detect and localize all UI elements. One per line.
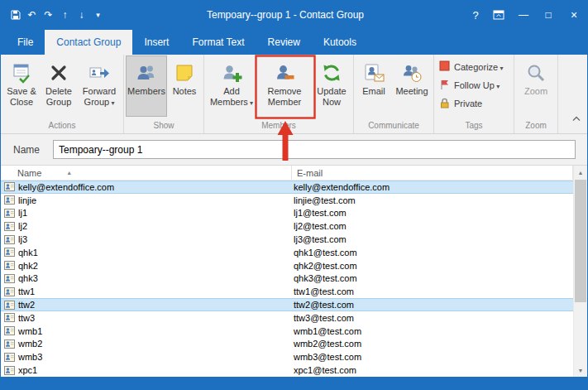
previous-item-icon[interactable]: ↑: [57, 6, 73, 24]
name-label: Name: [13, 144, 40, 156]
notes-view-button[interactable]: Notes: [167, 55, 202, 117]
members-people-icon: [136, 60, 157, 86]
save-and-close-label: Save & Close: [2, 86, 41, 108]
list-item[interactable]: ttw2 ttw2@test.com: [1, 298, 573, 311]
add-members-button[interactable]: Add Members: [206, 55, 257, 117]
meeting-label: Meeting: [395, 86, 428, 97]
member-email-cell: ttw3@test.com: [289, 313, 573, 323]
maximize-button[interactable]: □: [536, 0, 561, 30]
categorize-button[interactable]: Categorize: [436, 58, 512, 75]
forward-arrow-icon: [88, 60, 110, 86]
list-item[interactable]: ttw3 ttw3@test.com: [1, 311, 573, 325]
tab-contact-group[interactable]: Contact Group: [45, 30, 132, 55]
member-email-cell: linjie@test.com: [289, 195, 573, 205]
members-view-button[interactable]: Members: [126, 55, 167, 117]
list-rows: kelly@extendoffice.com kelly@extendoffic…: [1, 181, 573, 377]
ribbon-group-tags: Categorize Follow Up Private: [434, 55, 514, 133]
contact-card-icon: [4, 339, 15, 349]
zoom-magnifier-icon: [525, 60, 547, 86]
member-email-cell: lj3@test.com: [289, 234, 573, 244]
follow-up-flag-icon: [439, 79, 450, 92]
contact-group-window: ↶ ↷ ↑ ↓ ▾ Tempoary--group 1 - Contact Gr…: [0, 0, 588, 390]
email-label: Email: [362, 86, 385, 97]
ribbon-group-members: Add Members Remove Member Update Now Mem…: [204, 55, 354, 133]
private-button[interactable]: Private: [436, 94, 512, 112]
help-button[interactable]: ?: [465, 0, 486, 30]
refresh-icon: [321, 60, 342, 86]
member-name-cell: lj1: [15, 208, 289, 218]
customize-quick-access-icon[interactable]: ▾: [90, 6, 106, 24]
list-item[interactable]: lj1 lj1@test.com: [1, 207, 573, 220]
collapse-ribbon-icon[interactable]: [572, 110, 581, 125]
follow-up-button[interactable]: Follow Up: [436, 76, 512, 94]
meeting-button[interactable]: Meeting: [392, 55, 432, 117]
delete-group-button[interactable]: Delete Group: [41, 55, 77, 117]
contact-card-icon: [4, 286, 15, 297]
member-email-cell: xpc1@test.com: [289, 365, 573, 375]
contact-card-icon: [4, 260, 15, 271]
update-now-button[interactable]: Update Now: [312, 55, 351, 117]
contact-card-icon: [4, 273, 15, 284]
meeting-icon: [401, 60, 423, 86]
follow-up-label: Follow Up: [454, 80, 500, 90]
status-bar: [1, 377, 587, 390]
scrollbar-track[interactable]: [574, 179, 587, 364]
list-item[interactable]: qhk1 qhk1@test.com: [1, 246, 573, 259]
remove-member-label: Remove Member: [257, 86, 312, 108]
forward-group-button[interactable]: Forward Group: [77, 55, 122, 117]
list-item[interactable]: xpc1 xpc1@test.com: [1, 364, 573, 377]
ribbon: Save & Close Delete Group Forward Group …: [1, 55, 587, 134]
column-header-name[interactable]: Name ▲: [1, 166, 292, 180]
list-header: Name ▲ E-mail: [1, 166, 573, 181]
member-email-cell: lj1@test.com: [289, 208, 573, 218]
contact-card-icon: [4, 208, 15, 219]
list-item[interactable]: lj2 lj2@test.com: [1, 219, 573, 233]
tab-review[interactable]: Review: [256, 30, 312, 55]
group-label-show: Show: [126, 120, 202, 133]
tab-insert[interactable]: Insert: [132, 30, 180, 55]
categorize-icon: [439, 60, 450, 73]
notes-icon: [174, 60, 194, 86]
list-item[interactable]: qhk3 qhk3@test.com: [1, 272, 573, 286]
list-item[interactable]: lj3 lj3@test.com: [1, 233, 573, 246]
scroll-up-icon[interactable]: ▲: [574, 166, 587, 179]
ribbon-display-options-icon[interactable]: [486, 0, 511, 30]
redo-icon[interactable]: ↷: [41, 6, 56, 24]
save-and-close-button[interactable]: Save & Close: [2, 55, 41, 117]
member-email-cell: lj2@test.com: [289, 221, 573, 231]
window-controls: ? — □ ×: [465, 0, 587, 30]
categorize-label: Categorize: [454, 62, 503, 72]
quick-access-toolbar: ↶ ↷ ↑ ↓ ▾: [1, 6, 106, 24]
list-item[interactable]: wmb2 wmb2@test.com: [1, 338, 573, 351]
list-item[interactable]: ttw1 ttw1@test.com: [1, 285, 573, 298]
contact-card-icon: [4, 352, 15, 363]
zoom-button[interactable]: Zoom: [516, 55, 556, 117]
column-header-email[interactable]: E-mail: [292, 166, 573, 180]
scrollbar-thumb[interactable]: [575, 180, 586, 302]
list-item[interactable]: wmb1 wmb1@test.com: [1, 325, 573, 338]
vertical-scrollbar[interactable]: ▲ ▼: [573, 166, 587, 377]
tab-kutools[interactable]: Kutools: [312, 30, 368, 55]
member-name-cell: kelly@extendoffice.com: [15, 182, 289, 192]
titlebar: ↶ ↷ ↑ ↓ ▾ Tempoary--group 1 - Contact Gr…: [1, 0, 587, 30]
remove-member-button[interactable]: Remove Member: [257, 55, 312, 117]
list-item[interactable]: wmb3 wmb3@test.com: [1, 350, 573, 364]
list-item[interactable]: linjie linjie@test.com: [1, 194, 573, 207]
undo-icon[interactable]: ↶: [24, 6, 40, 24]
list-item[interactable]: qhk2 qhk2@test.com: [1, 259, 573, 272]
scroll-down-icon[interactable]: ▼: [574, 364, 587, 377]
minimize-button[interactable]: —: [511, 0, 536, 30]
members-view-label: Members: [127, 86, 165, 97]
next-item-icon[interactable]: ↓: [74, 6, 89, 24]
name-field-row: Name: [1, 134, 587, 166]
group-label-zoom: Zoom: [516, 120, 556, 133]
save-icon[interactable]: [7, 6, 23, 24]
window-title: Tempoary--group 1 - Contact Group: [106, 9, 465, 21]
forward-group-label: Forward Group: [77, 86, 122, 108]
tab-file[interactable]: File: [6, 30, 45, 55]
list-item[interactable]: kelly@extendoffice.com kelly@extendoffic…: [1, 181, 573, 194]
group-name-input[interactable]: [53, 140, 576, 159]
tab-format-text[interactable]: Format Text: [180, 30, 256, 55]
close-button[interactable]: ×: [561, 0, 587, 30]
email-button[interactable]: Email: [356, 55, 392, 117]
